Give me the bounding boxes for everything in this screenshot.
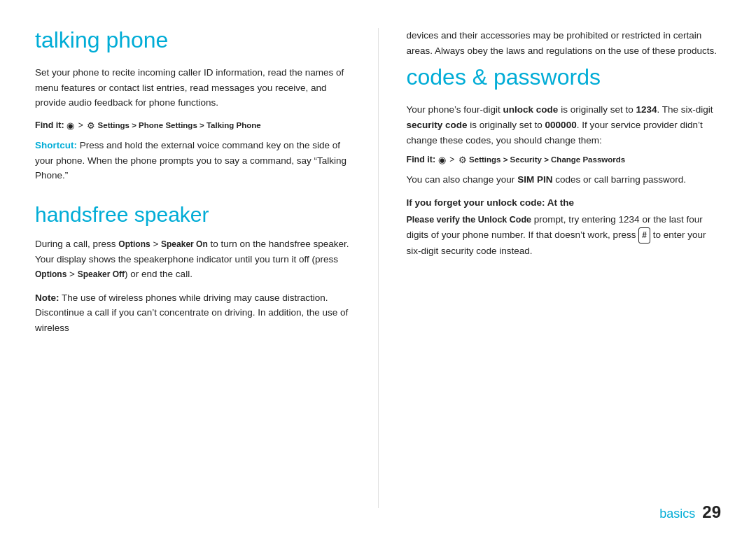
footer-basics-label: basics [659,507,695,521]
sim-pin-pre: You can also change your [407,174,518,185]
codes-find-it-label: Find it: [407,155,436,164]
arrow-icon: > [78,120,83,130]
talking-phone-path: Settings > Phone Settings > Talking Phon… [98,121,261,129]
handsfree-body-paragraph: During a call, press Options > Speaker O… [35,237,350,282]
verify-unlock-label: Please verify the Unlock Code [407,215,532,225]
speaker-on-label: Speaker On [161,239,208,249]
note-body: The use of wireless phones while driving… [35,292,348,333]
shortcut-paragraph: Shortcut: Press and hold the external vo… [35,138,350,183]
codes-menu-icon: ◉ [438,155,446,165]
unlock-code-label: unlock code [503,104,559,115]
codes-arrow-icon: > [449,155,454,164]
right-column: devices and their accessories may be pro… [379,28,722,508]
left-column: talking phone Set your phone to recite i… [35,28,379,508]
codes-find-it: Find it: ◉ > ⚙ Settings > Security > Cha… [407,155,722,165]
hash-key-symbol: # [638,227,650,244]
talking-phone-title: talking phone [35,28,350,52]
page-container: talking phone Set your phone to recite i… [0,0,756,536]
security-code-label: security code [407,120,468,130]
right-intro-body: devices and their accessories may be pro… [407,28,722,58]
code-000000: 000000 [545,120,577,130]
note-label: Note: [35,292,59,303]
code-1234: 1234 [636,104,657,115]
codes-body-mid3: is originally set to [468,120,545,130]
forget-title-text: If you forget your unlock code: [407,197,545,208]
find-it-label: Find it: [35,120,64,130]
codes-body-pre: Your phone’s four-digit [407,104,503,115]
talking-phone-find-it: Find it: ◉ > ⚙ Settings > Phone Settings… [35,120,350,131]
shortcut-body: Press and hold the external voice comman… [35,140,346,181]
codes-passwords-body: Your phone’s four-digit unlock code is o… [407,102,722,148]
footer: basics 29 [659,502,721,522]
menu-icon: ◉ [66,120,74,131]
handsfree-speaker-title: handsfree speaker [35,203,350,227]
codes-passwords-title: codes & passwords [407,65,722,90]
handsfree-body-pre: During a call, press [35,239,118,249]
footer-page-number: 29 [702,502,721,522]
talking-phone-body: Set your phone to recite incoming caller… [35,65,350,111]
forget-code-body: Please verify the Unlock Code prompt, tr… [407,212,722,258]
forget-code-title: If you forget your unlock code: At the [407,197,722,208]
shortcut-label: Shortcut: [35,140,77,150]
codes-body-mid: is originally set to [558,104,636,115]
options-label-2: Options [35,269,66,279]
forget-title-end: At the [545,197,575,208]
handsfree-end: ) or end the call. [125,269,192,279]
speaker-off-label: Speaker Off [78,269,125,279]
sim-pin-paragraph: You can also change your SIM PIN codes o… [407,172,722,188]
handsfree-mid2: > [66,269,77,279]
sim-pin-post: codes or call barring password. [552,174,686,185]
codes-body-mid2: . The six-digit [657,104,713,115]
note-paragraph: Note: The use of wireless phones while d… [35,290,350,336]
codes-settings-icon: ⚙ [458,155,467,165]
settings-icon: ⚙ [87,120,95,131]
codes-find-it-path: Settings > Security > Change Passwords [469,155,625,164]
options-label-1: Options [118,239,150,249]
sim-pin-label: SIM PIN [517,174,552,185]
handsfree-body-mid: > [150,239,161,249]
